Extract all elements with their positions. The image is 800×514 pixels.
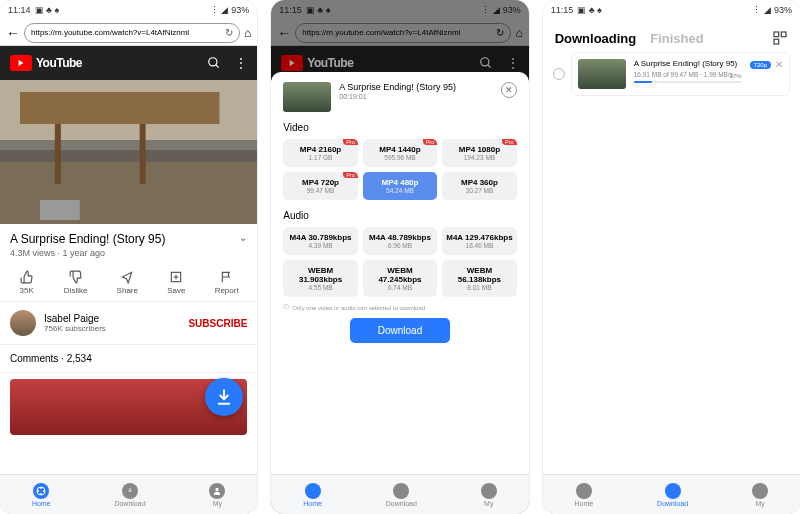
nav-download[interactable]: Download — [386, 483, 417, 507]
status-bar: 11:14 ▣ ♣ ♠ ⋮ ◢ 93% — [0, 0, 257, 20]
search-icon[interactable] — [207, 56, 221, 70]
download-stats: 16.91 MB of 99.47 MB · 1.99 MB/s — [634, 71, 742, 78]
channel-subs: 756K subscribers — [44, 324, 180, 333]
sheet-thumb — [283, 82, 331, 112]
video-player[interactable] — [0, 80, 257, 224]
svg-rect-4 — [20, 92, 219, 124]
home-icon[interactable]: ⌂ — [244, 26, 251, 40]
screen-quality-sheet: 11:15▣ ♣ ♠ ⋮ ◢93% ← https://m.youtube.co… — [271, 0, 528, 514]
svg-point-13 — [37, 490, 39, 492]
download-thumb — [578, 59, 626, 89]
like-button[interactable]: 35K — [19, 270, 35, 295]
screen-downloading: 11:15▣ ♣ ♠ ⋮ ◢93% Downloading Finished A… — [543, 0, 800, 514]
chevron-down-icon[interactable]: ⌄ — [239, 232, 247, 243]
nav-download[interactable]: Download — [657, 483, 688, 507]
svg-point-16 — [40, 493, 42, 495]
bottom-nav: Home Download My — [0, 474, 257, 514]
quality-option[interactable]: WEBM 31.903kbps4.55 MB — [283, 260, 357, 297]
quality-option[interactable]: ProMP4 720p99.47 MB — [283, 172, 357, 200]
share-button[interactable]: Share — [117, 270, 138, 295]
sheet-duration: 00:19:01 — [339, 93, 456, 100]
quality-option[interactable]: WEBM 47.245kbps6.74 MB — [363, 260, 437, 297]
video-title: A Surprise Ending! (Story 95) — [10, 232, 165, 246]
nav-my[interactable]: My — [209, 483, 225, 507]
close-icon[interactable]: ✕ — [775, 59, 783, 70]
tab-downloading[interactable]: Downloading — [555, 31, 637, 46]
youtube-logo[interactable]: YouTube — [10, 55, 82, 71]
quality-option[interactable]: M4A 129.476kbps18.46 MB — [442, 227, 516, 255]
status-bar: 11:15▣ ♣ ♠ ⋮ ◢93% — [543, 0, 800, 20]
channel-row[interactable]: Isabel Paige 756K subscribers SUBSCRIBE — [0, 302, 257, 345]
report-button[interactable]: Report — [215, 270, 239, 295]
close-icon[interactable]: ✕ — [501, 82, 517, 98]
svg-rect-20 — [774, 32, 779, 37]
download-title: A Surprise Ending! (Story 95) — [634, 59, 742, 69]
tabs: Downloading Finished — [543, 20, 800, 52]
quality-option[interactable]: M4A 48.789kbps6.96 MB — [363, 227, 437, 255]
video-section-label: Video — [283, 122, 516, 133]
status-time: 11:14 — [8, 5, 31, 15]
video-meta: 4.3M views · 1 year ago — [0, 248, 257, 264]
svg-rect-7 — [140, 124, 146, 184]
bottom-nav: Home Download My — [271, 474, 528, 514]
svg-rect-22 — [774, 39, 779, 44]
wifi-icon: ⋮ ◢ — [210, 5, 229, 15]
audio-section-label: Audio — [283, 210, 516, 221]
svg-point-14 — [43, 490, 45, 492]
quality-option[interactable]: ProMP4 1080p194.23 MB — [442, 139, 516, 167]
sheet-title: A Surprise Ending! (Story 95) — [339, 82, 456, 93]
svg-rect-8 — [40, 200, 80, 220]
reload-icon[interactable]: ↻ — [225, 27, 233, 38]
save-button[interactable]: Save — [167, 270, 185, 295]
svg-point-17 — [216, 487, 219, 490]
svg-rect-5 — [0, 140, 257, 162]
subscribe-button[interactable]: SUBSCRIBE — [188, 318, 247, 329]
action-row: 35K Dislike Share Save Report — [0, 264, 257, 302]
address-bar: ← https://m.youtube.com/watch?v=L4tAfNiz… — [0, 20, 257, 46]
progress-bar: 17% — [634, 81, 742, 83]
select-radio[interactable] — [553, 68, 565, 80]
notification-icon: ▣ ♣ ♠ — [35, 5, 60, 15]
avatar — [10, 310, 36, 336]
screen-browser: 11:14 ▣ ♣ ♠ ⋮ ◢ 93% ← https://m.youtube.… — [0, 0, 257, 514]
menu-icon[interactable]: ⋮ — [235, 56, 247, 70]
quality-option[interactable]: ProMP4 2160p1.17 GB — [283, 139, 357, 167]
quality-sheet: A Surprise Ending! (Story 95) 00:19:01 ✕… — [271, 72, 528, 474]
youtube-header: YouTube ⋮ — [0, 46, 257, 80]
progress-pct: 17% — [730, 73, 742, 79]
tab-finished[interactable]: Finished — [650, 31, 703, 46]
settings-icon[interactable] — [772, 30, 788, 46]
nav-home[interactable]: Home — [32, 483, 51, 507]
download-button[interactable]: Download — [350, 318, 450, 343]
channel-name: Isabel Paige — [44, 313, 180, 324]
dislike-button[interactable]: Dislike — [64, 270, 88, 295]
svg-point-0 — [209, 58, 217, 66]
svg-rect-21 — [781, 32, 786, 37]
quality-option[interactable]: ProMP4 1440p595.96 MB — [363, 139, 437, 167]
quality-option[interactable]: MP4 360p30.27 MB — [442, 172, 516, 200]
svg-rect-6 — [55, 124, 61, 184]
quality-option[interactable]: MP4 480p54.24 MB — [363, 172, 437, 200]
nav-my[interactable]: My — [752, 483, 768, 507]
bottom-nav: Home Download My — [543, 474, 800, 514]
svg-line-1 — [216, 65, 219, 68]
url-text: https://m.youtube.com/watch?v=L4tAfNiznm… — [31, 28, 189, 37]
url-input[interactable]: https://m.youtube.com/watch?v=L4tAfNiznm… — [24, 23, 240, 43]
comments-row[interactable]: Comments · 2,534 — [0, 345, 257, 373]
hint-text: ⓘOnly one video or audio can selected to… — [283, 303, 516, 312]
quality-option[interactable]: M4A 30.789kbps4.39 MB — [283, 227, 357, 255]
nav-my[interactable]: My — [481, 483, 497, 507]
quality-badge: 720p — [750, 61, 771, 69]
nav-download[interactable]: Download — [114, 483, 145, 507]
nav-home[interactable]: Home — [303, 483, 322, 507]
nav-home[interactable]: Home — [575, 483, 594, 507]
svg-point-15 — [40, 487, 42, 489]
download-item[interactable]: A Surprise Ending! (Story 95) 16.91 MB o… — [571, 52, 790, 96]
battery-pct: 93% — [231, 5, 249, 15]
back-icon[interactable]: ← — [6, 25, 20, 41]
quality-option[interactable]: WEBM 56.138kbps8.01 MB — [442, 260, 516, 297]
